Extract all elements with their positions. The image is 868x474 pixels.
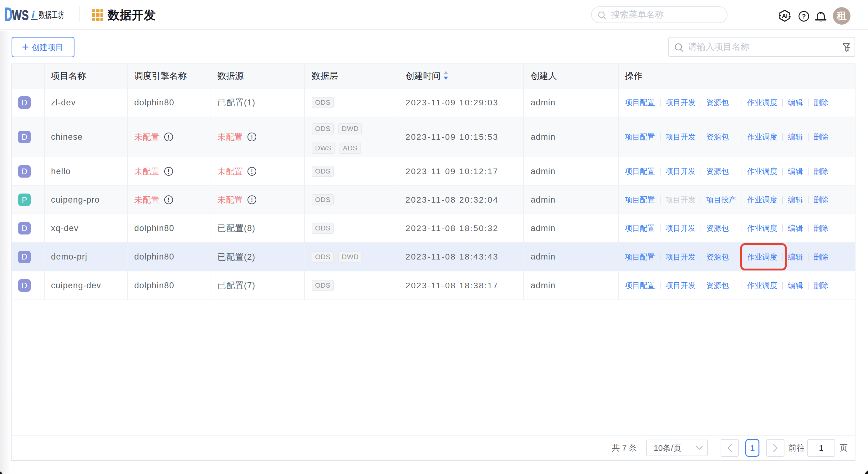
svg-text:?: ? <box>802 12 806 20</box>
svg-text:AI: AI <box>782 13 787 19</box>
